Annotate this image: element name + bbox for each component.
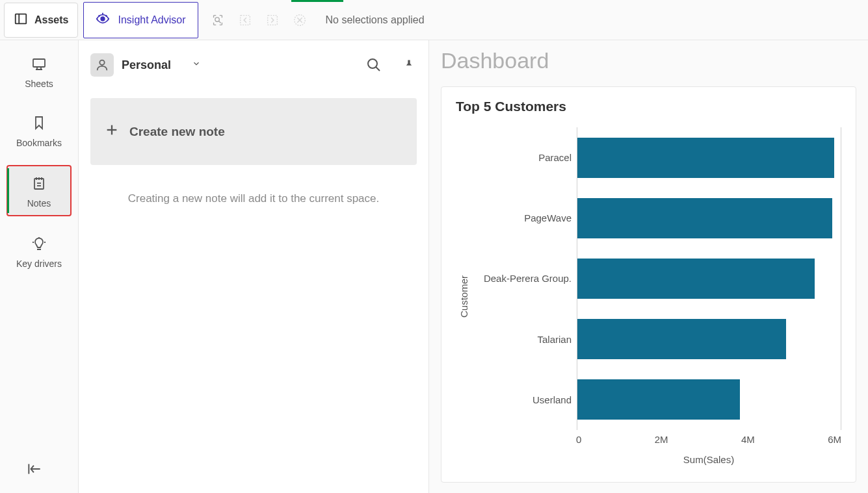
chart-bar-label: Paracel: [473, 129, 577, 186]
chart-bar-label: Talarian: [473, 310, 577, 368]
smart-search-icon[interactable]: [210, 12, 226, 28]
sheets-icon: [31, 56, 47, 73]
chart-area: Customer ParacelPageWaveDeak-Perera Grou…: [456, 127, 841, 465]
no-selections-text: No selections applied: [326, 14, 425, 26]
chart-bar[interactable]: [577, 259, 815, 299]
insight-label: Insight Advisor: [118, 14, 185, 26]
chart-xtick: 2M: [655, 434, 668, 445]
nav-keydrivers[interactable]: Key drivers: [7, 227, 72, 275]
helper-text: Creating a new note will add it to the c…: [79, 192, 428, 205]
chart-xtick: 0: [576, 434, 581, 445]
person-icon: [90, 53, 114, 77]
accent-strip: [291, 0, 343, 2]
space-selector-row: Personal: [79, 48, 428, 82]
chart-bar-label: PageWave: [473, 190, 577, 247]
assets-button[interactable]: Assets: [4, 3, 78, 38]
svg-point-25: [368, 59, 377, 68]
panel-icon: [14, 12, 28, 29]
chart-category-labels: ParacelPageWaveDeak-Perera Group.Talaria…: [473, 127, 577, 430]
create-note-label: Create new note: [129, 125, 225, 139]
svg-rect-0: [16, 14, 27, 23]
notes-panel: Personal: [78, 40, 429, 493]
svg-line-7: [218, 21, 220, 23]
nav-sheets[interactable]: Sheets: [7, 47, 72, 95]
selection-toolbar: No selections applied: [210, 12, 425, 28]
svg-line-5: [99, 15, 100, 16]
chevron-down-icon[interactable]: [192, 59, 201, 71]
chart-bar[interactable]: [577, 138, 834, 178]
chart-bar-label: Deak-Perera Group.: [473, 250, 577, 307]
pin-notes-button[interactable]: [401, 57, 417, 73]
collapse-sidebar-button[interactable]: [26, 461, 43, 480]
svg-point-6: [215, 17, 218, 21]
svg-rect-8: [240, 15, 250, 25]
chart-bar[interactable]: [577, 379, 740, 420]
chart-bar[interactable]: [577, 198, 832, 238]
nav-label: Notes: [27, 198, 51, 209]
dashboard-title: Dashboard: [441, 48, 856, 73]
chart-xlabel: Sum(Sales): [576, 454, 841, 465]
insight-icon: [96, 12, 110, 29]
svg-rect-9: [267, 15, 277, 25]
topbar: Assets Insight Advisor: [0, 0, 868, 40]
chart-xtick: 4M: [741, 434, 755, 445]
nav-label: Bookmarks: [16, 138, 62, 148]
create-note-button[interactable]: Create new note: [90, 98, 417, 165]
chart-title: Top 5 Customers: [456, 99, 841, 114]
clear-selections-icon[interactable]: [292, 12, 308, 28]
insight-advisor-button[interactable]: Insight Advisor: [83, 2, 198, 38]
chart-ylabel: Customer: [456, 153, 472, 439]
space-name[interactable]: Personal: [122, 58, 171, 72]
chart-bars: [577, 127, 841, 430]
bookmark-icon: [31, 115, 47, 133]
step-back-icon[interactable]: [237, 12, 253, 28]
chart-bar[interactable]: [577, 319, 786, 359]
search-notes-button[interactable]: [366, 57, 382, 73]
left-sidebar: Sheets Bookmarks Notes: [0, 40, 78, 493]
chart-bar-label: Userland: [473, 371, 577, 428]
svg-rect-14: [34, 179, 44, 189]
dashboard-area: Dashboard Top 5 Customers Customer Parac…: [429, 40, 868, 493]
chart-card[interactable]: Top 5 Customers Customer ParacelPageWave…: [441, 86, 856, 483]
nav-bookmarks[interactable]: Bookmarks: [7, 106, 72, 155]
svg-line-26: [376, 67, 380, 71]
svg-line-4: [106, 15, 107, 16]
assets-label: Assets: [34, 14, 68, 26]
chart-xtick: 6M: [828, 434, 841, 445]
nav-label: Key drivers: [16, 259, 62, 269]
notes-icon: [31, 175, 47, 193]
svg-point-2: [101, 17, 105, 21]
nav-notes[interactable]: Notes: [7, 165, 72, 216]
step-forward-icon[interactable]: [265, 12, 280, 28]
svg-rect-13: [33, 59, 45, 67]
plus-icon: [105, 123, 119, 140]
keydrivers-icon: [31, 236, 47, 253]
svg-point-24: [99, 60, 104, 65]
nav-label: Sheets: [25, 79, 53, 89]
chart-xticks: 02M4M6M: [576, 434, 841, 448]
